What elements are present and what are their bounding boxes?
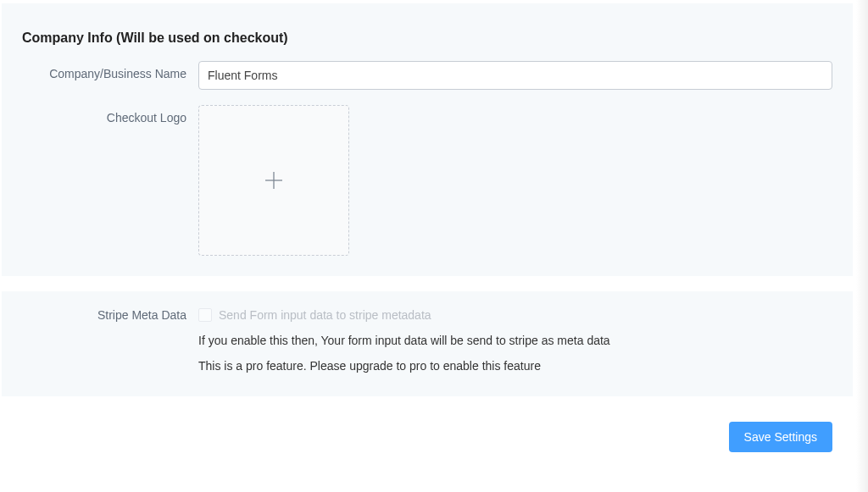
stripe-meta-checkbox (198, 308, 212, 322)
stripe-meta-checkbox-label: Send Form input data to stripe metadata (219, 308, 431, 322)
checkout-logo-control (198, 105, 832, 256)
stripe-meta-panel: Stripe Meta Data Send Form input data to… (2, 291, 853, 396)
footer: Save Settings (2, 412, 853, 452)
company-info-title: Company Info (Will be used on checkout) (2, 24, 853, 61)
checkout-logo-row: Checkout Logo (2, 105, 853, 256)
save-settings-button[interactable]: Save Settings (729, 422, 832, 452)
stripe-meta-row: Stripe Meta Data Send Form input data to… (2, 308, 853, 373)
company-info-panel: Company Info (Will be used on checkout) … (2, 3, 853, 276)
business-name-input[interactable] (198, 61, 832, 90)
logo-upload-box[interactable] (198, 105, 349, 256)
business-name-label: Company/Business Name (2, 61, 198, 80)
stripe-meta-control: Send Form input data to stripe metadata … (198, 308, 832, 373)
business-name-row: Company/Business Name (2, 61, 853, 90)
stripe-meta-checkbox-row: Send Form input data to stripe metadata (198, 308, 832, 322)
checkout-logo-label: Checkout Logo (2, 105, 198, 124)
stripe-meta-desc-1: If you enable this then, Your form input… (198, 334, 832, 347)
stripe-meta-desc-2: This is a pro feature. Please upgrade to… (198, 359, 832, 373)
settings-page: Company Info (Will be used on checkout) … (0, 0, 868, 492)
plus-icon (263, 169, 285, 191)
business-name-control (198, 61, 832, 90)
stripe-meta-label: Stripe Meta Data (2, 308, 198, 322)
